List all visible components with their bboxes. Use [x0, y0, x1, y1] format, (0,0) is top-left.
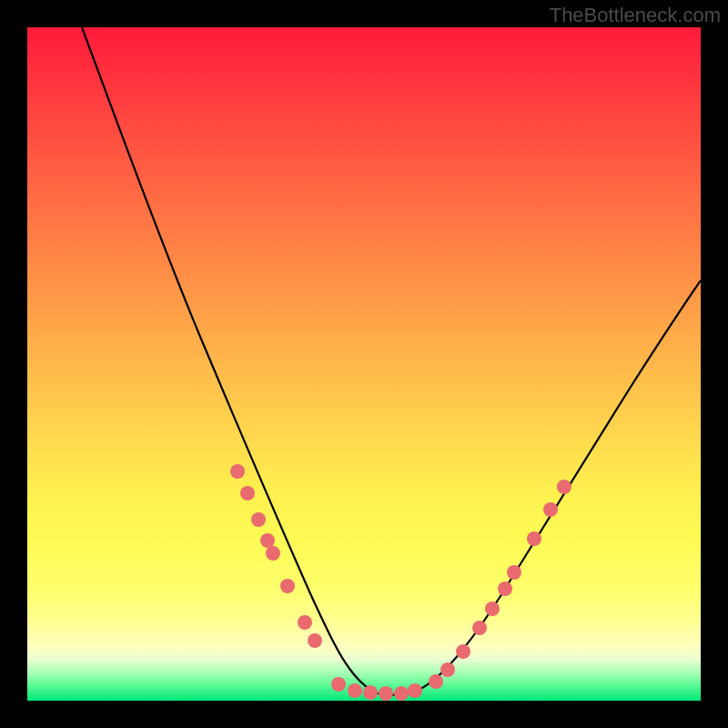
data-marker — [230, 464, 245, 479]
data-marker — [240, 486, 255, 500]
data-marker — [408, 683, 422, 698]
bottom-marker-cluster — [331, 677, 422, 701]
watermark-text: TheBottleneck.com — [550, 4, 721, 27]
chart-svg — [27, 27, 701, 701]
data-marker — [379, 686, 393, 701]
left-marker-cluster — [230, 464, 322, 648]
chart-plot-area — [27, 27, 701, 701]
data-marker — [456, 644, 470, 659]
data-marker — [308, 633, 322, 648]
data-marker — [348, 683, 362, 698]
data-marker — [557, 480, 571, 494]
data-marker — [260, 533, 275, 548]
data-marker — [440, 662, 455, 677]
data-marker — [485, 602, 500, 616]
data-marker — [363, 685, 378, 700]
data-marker — [251, 512, 266, 527]
data-marker — [298, 615, 312, 630]
right-marker-cluster — [429, 480, 571, 689]
data-marker — [331, 677, 346, 692]
data-marker — [266, 546, 280, 561]
data-marker — [543, 502, 558, 517]
outer-frame: TheBottleneck.com — [0, 0, 728, 728]
data-marker — [498, 581, 512, 596]
data-marker — [280, 579, 295, 593]
data-marker — [394, 686, 409, 701]
data-marker — [507, 565, 521, 580]
data-marker — [429, 674, 443, 689]
data-marker — [527, 531, 541, 546]
data-marker — [472, 621, 487, 635]
bottleneck-curve — [82, 27, 701, 695]
